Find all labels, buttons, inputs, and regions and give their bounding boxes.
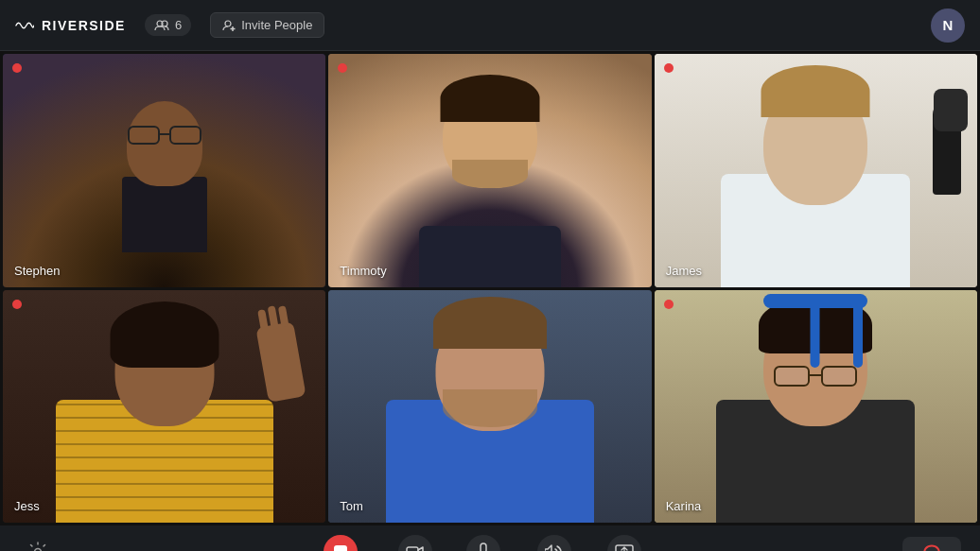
- cam-icon: [398, 535, 432, 551]
- name-stephen: Stephen: [14, 264, 60, 278]
- logo-text: RIVERSIDE: [42, 18, 126, 33]
- video-cell-timmoty: Timmoty: [328, 54, 651, 287]
- speaker-icon: [537, 535, 571, 551]
- invite-label: Invite People: [241, 18, 312, 32]
- user-avatar[interactable]: N: [931, 9, 965, 43]
- invite-button[interactable]: Invite People: [210, 12, 324, 38]
- name-james: James: [666, 264, 702, 278]
- logo-icon: [15, 19, 34, 32]
- toolbar-left: Settings: [19, 542, 57, 551]
- video-cell-stephen: Stephen: [3, 54, 325, 287]
- toolbar: Settings Recording Cam: [0, 525, 980, 551]
- recording-indicator-jess: [12, 300, 22, 309]
- record-icon: [324, 535, 358, 551]
- mic-icon: [466, 535, 500, 551]
- participants-badge: 6: [145, 14, 191, 36]
- cam-button[interactable]: Cam: [385, 529, 446, 551]
- recording-indicator-karina: [664, 300, 674, 309]
- header: RIVERSIDE 6 Invite People N: [0, 0, 980, 51]
- settings-icon: [27, 542, 48, 551]
- video-cell-james: James: [655, 54, 977, 287]
- toolbar-center: Recording Cam Mic: [304, 529, 655, 551]
- header-left: RIVERSIDE 6 Invite People: [15, 12, 324, 38]
- name-timmoty: Timmoty: [340, 264, 386, 278]
- leave-icon: [921, 544, 942, 551]
- settings-button[interactable]: Settings: [19, 542, 57, 551]
- share-button[interactable]: Share: [594, 529, 655, 551]
- recording-button[interactable]: Recording: [304, 529, 377, 551]
- mic-button[interactable]: Mic: [453, 529, 514, 551]
- video-cell-karina: Karina: [655, 290, 977, 524]
- speaker-button[interactable]: Speaker: [521, 529, 586, 551]
- name-jess: Jess: [14, 499, 40, 513]
- recording-indicator-james: [664, 63, 674, 73]
- video-cell-jess: Jess: [3, 290, 325, 524]
- svg-rect-6: [407, 547, 418, 551]
- video-grid: Stephen Timmoty: [0, 51, 980, 525]
- participants-count: 6: [175, 18, 182, 32]
- participants-icon: [154, 20, 169, 31]
- share-icon: [607, 535, 641, 551]
- name-karina: Karina: [666, 499, 702, 513]
- toolbar-right: Leave: [902, 537, 961, 551]
- logo: RIVERSIDE: [15, 18, 126, 33]
- leave-button[interactable]: Leave: [902, 537, 961, 551]
- svg-rect-7: [481, 543, 486, 551]
- invite-icon: [222, 19, 236, 32]
- recording-indicator-stephen: [12, 63, 22, 73]
- svg-point-2: [225, 21, 231, 26]
- video-cell-tom: Tom: [328, 290, 651, 524]
- name-tom: Tom: [340, 499, 363, 513]
